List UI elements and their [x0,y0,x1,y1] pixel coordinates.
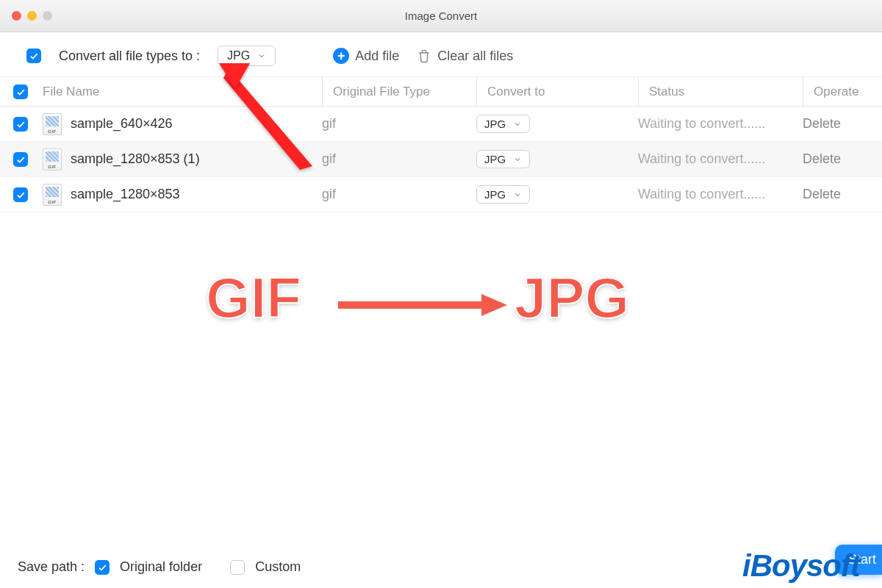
window-title: Image Convert [0,10,882,22]
file-name: sample_1280×853 [71,187,180,202]
file-icon: GIF [43,113,62,135]
chevron-down-icon [513,190,522,199]
delete-button[interactable]: Delete [803,187,869,202]
file-icon: GIF [43,148,62,171]
status-text: Waiting to convert...... [638,116,803,132]
format-select-value: JPG [227,49,250,62]
original-folder-label: Original folder [120,559,202,575]
svg-marker-4 [481,294,507,316]
original-folder-checkbox[interactable] [95,560,110,575]
convert-all-checkbox[interactable] [26,49,41,63]
original-type: gif [322,116,476,132]
table-row: GIF sample_640×426 gif JPG Waiting to co… [0,107,882,142]
start-button[interactable]: Start [835,545,882,575]
status-text: Waiting to convert...... [638,187,803,202]
row-format-value: JPG [484,118,506,130]
table-row: GIF sample_1280×853 gif JPG Waiting to c… [0,177,882,212]
toolbar: Convert all file types to : JPG + Add fi… [0,32,882,77]
add-file-label: Add file [355,49,399,64]
select-all-checkbox[interactable] [13,85,28,99]
custom-folder-checkbox[interactable] [230,560,245,575]
format-select[interactable]: JPG [218,46,276,66]
header-original: Original File Type [322,77,476,106]
app-window: Image Convert Convert all file types to … [0,0,882,588]
file-table: File Name Original File Type Convert to … [0,77,882,212]
delete-button[interactable]: Delete [803,151,869,167]
table-row: GIF sample_1280×853 (1) gif JPG Waiting … [0,142,882,177]
convert-all-label: Convert all file types to : [59,49,200,64]
trash-icon [417,48,431,64]
footer: Save path : Original folder Custom Start [0,549,882,588]
header-status: Status [638,77,803,106]
plus-icon: + [333,48,349,64]
table-header: File Name Original File Type Convert to … [0,77,882,107]
clear-all-label: Clear all files [437,49,513,64]
chevron-down-icon [513,120,522,129]
annotation-text-left: GIF [206,265,301,331]
original-type: gif [322,151,476,167]
row-checkbox[interactable] [13,152,28,167]
file-name: sample_640×426 [71,116,173,132]
annotation-text-right: JPG [514,265,629,331]
titlebar: Image Convert [0,0,882,32]
row-format-select[interactable]: JPG [476,115,530,133]
row-checkbox[interactable] [13,187,28,202]
file-name: sample_1280×853 (1) [71,151,200,167]
annotation-right-arrow-icon [338,290,507,320]
header-operate: Operate [803,77,869,106]
original-type: gif [322,187,476,202]
header-name: File Name [43,85,322,99]
file-icon: GIF [43,184,62,206]
header-convert: Convert to [476,77,638,106]
save-path-label: Save path : [18,559,85,575]
status-text: Waiting to convert...... [638,151,803,167]
row-format-value: JPG [484,188,506,201]
row-format-select[interactable]: JPG [476,185,530,204]
chevron-down-icon [513,155,522,164]
row-format-select[interactable]: JPG [476,150,530,168]
delete-button[interactable]: Delete [803,116,869,132]
custom-folder-label: Custom [255,559,301,575]
add-file-button[interactable]: + Add file [333,48,399,64]
row-format-value: JPG [484,153,506,165]
clear-all-button[interactable]: Clear all files [417,48,513,64]
chevron-down-icon [257,51,266,60]
row-checkbox[interactable] [13,117,28,132]
